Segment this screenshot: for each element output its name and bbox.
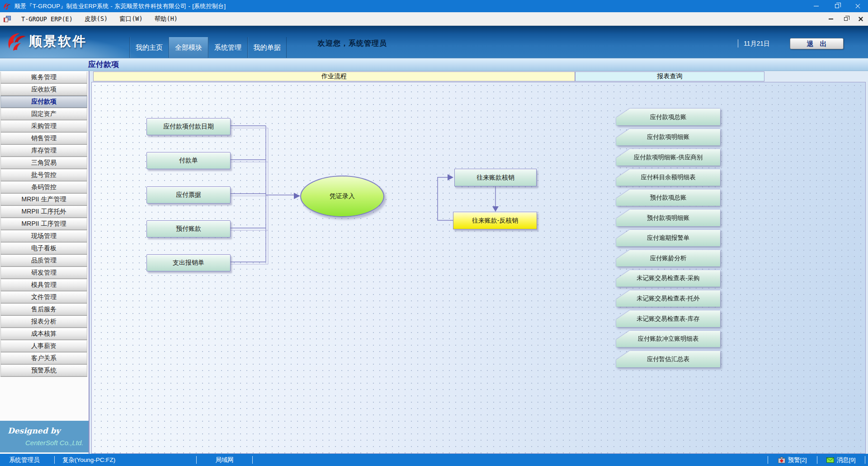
verify-node[interactable]: 往来账款核销 <box>454 169 537 186</box>
status-machine: 复杂(Young-PC:FZ) <box>55 454 196 466</box>
report-button[interactable]: 未记账交易检查表-库存 <box>616 310 720 327</box>
report-button-label: 应付暂估汇总表 <box>616 351 720 367</box>
message-status[interactable]: 消息[9] <box>817 454 865 466</box>
report-button[interactable]: 应付账款冲立账明细表 <box>616 331 720 347</box>
report-button[interactable]: 预付款项明细账 <box>616 209 720 226</box>
flow-box[interactable]: 应付款项付款日期 <box>146 118 231 135</box>
message-label: 消息[9] <box>836 456 855 464</box>
report-button[interactable]: 应付账龄分析 <box>616 250 720 266</box>
report-button[interactable]: 应付款项明细账 <box>616 129 720 146</box>
status-bar: 系统管理员 复杂(Young-PC:FZ) 局域网 预警[2] 消息[9] <box>0 454 868 466</box>
report-button-label: 预付款项明细账 <box>616 209 720 226</box>
status-spacer <box>253 454 768 466</box>
report-button-label: 应付科目余额明细表 <box>616 169 720 186</box>
report-button[interactable]: 预付款项总账 <box>616 189 720 206</box>
report-button[interactable]: 应付逾期报警单 <box>616 230 720 247</box>
report-button-label: 应付逾期报警单 <box>616 230 720 247</box>
report-button[interactable]: 应付款项明细账-供应商别 <box>616 149 720 166</box>
alert-label: 预警[2] <box>788 456 807 464</box>
voucher-entry-node[interactable]: 凭证录入 <box>300 176 384 217</box>
status-user: 系统管理员 <box>0 454 54 466</box>
report-button-label: 应付账款冲立账明细表 <box>616 331 720 347</box>
report-button-label: 应付款项明细账-供应商别 <box>616 149 720 166</box>
flow-box[interactable]: 支出报销单 <box>146 254 231 271</box>
flow-box[interactable]: 预付账款 <box>146 220 231 238</box>
unverify-node[interactable]: 往来账款-反核销 <box>453 212 537 229</box>
report-button-label: 未记账交易检查表-库存 <box>616 310 720 327</box>
report-button[interactable]: 未记账交易检查表-采购 <box>616 270 720 287</box>
report-button-label: 未记账交易检查表-托外 <box>616 290 720 307</box>
status-network: 局域网 <box>197 454 252 466</box>
report-button-label: 应付款项总账 <box>616 109 720 125</box>
report-button-label: 预付款项总账 <box>616 189 720 206</box>
report-button[interactable]: 应付款项总账 <box>616 109 720 125</box>
report-button-label: 应付账龄分析 <box>616 250 720 266</box>
flow-box[interactable]: 付款单 <box>146 152 231 169</box>
flow-connectors <box>0 0 868 466</box>
report-button[interactable]: 应付暂估汇总表 <box>616 351 720 367</box>
first-aid-kit-icon <box>778 457 785 463</box>
report-button-label: 应付款项明细账 <box>616 129 720 146</box>
flow-box[interactable]: 应付票据 <box>146 186 231 204</box>
status-tail <box>865 454 868 466</box>
envelope-icon <box>826 457 834 463</box>
report-button[interactable]: 应付科目余额明细表 <box>616 169 720 186</box>
report-button[interactable]: 未记账交易检查表-托外 <box>616 290 720 307</box>
alert-status[interactable]: 预警[2] <box>768 454 817 466</box>
report-button-label: 未记账交易检查表-采购 <box>616 270 720 287</box>
